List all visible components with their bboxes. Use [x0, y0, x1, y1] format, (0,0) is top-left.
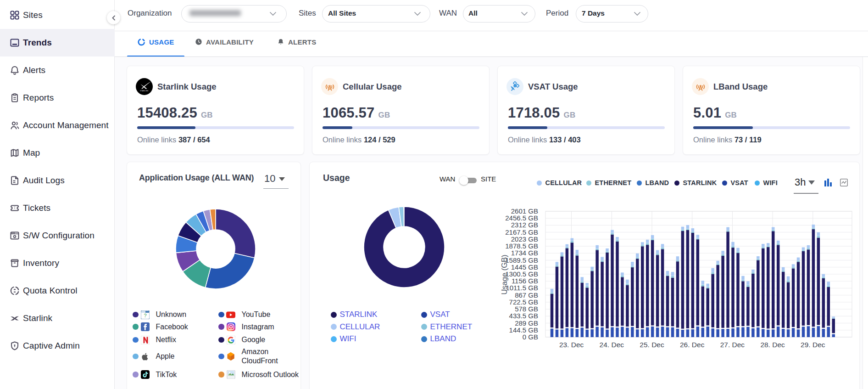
- svg-text:STARLINK: STARLINK: [140, 90, 148, 92]
- svg-text:1878.5 GB: 1878.5 GB: [505, 242, 538, 250]
- svg-text:433.5 GB: 433.5 GB: [509, 312, 538, 320]
- svg-text:144.5 GB: 144.5 GB: [509, 326, 538, 334]
- svg-text:23. Dec: 23. Dec: [559, 341, 584, 349]
- svg-text:?: ?: [144, 312, 146, 318]
- svg-text:Usage (GB): Usage (GB): [500, 254, 508, 294]
- svg-text:289 GB: 289 GB: [515, 319, 538, 327]
- svg-text:1011.5 GB: 1011.5 GB: [506, 284, 538, 292]
- svg-text:27. Dec: 27. Dec: [720, 341, 745, 349]
- svg-text:1300.5 GB: 1300.5 GB: [505, 270, 538, 278]
- svg-text:2601 GB: 2601 GB: [511, 207, 538, 215]
- svg-text:24. Dec: 24. Dec: [600, 341, 624, 349]
- svg-text:1445 GB: 1445 GB: [511, 263, 538, 271]
- svg-text:2456.5 GB: 2456.5 GB: [505, 214, 538, 222]
- svg-text:722.5 GB: 722.5 GB: [509, 298, 538, 306]
- svg-text:2167.5 GB: 2167.5 GB: [505, 228, 538, 236]
- svg-text:578 GB: 578 GB: [515, 305, 538, 313]
- svg-text:29. Dec: 29. Dec: [801, 341, 825, 349]
- svg-text:867 GB: 867 GB: [515, 291, 538, 299]
- svg-text:0 GB: 0 GB: [523, 333, 538, 341]
- svg-text:26. Dec: 26. Dec: [680, 341, 705, 349]
- svg-text:2312 GB: 2312 GB: [511, 221, 538, 229]
- svg-text:28. Dec: 28. Dec: [760, 341, 785, 349]
- svg-text:2023 GB: 2023 GB: [511, 235, 538, 243]
- svg-text:25. Dec: 25. Dec: [640, 341, 664, 349]
- svg-text:1156 GB: 1156 GB: [512, 277, 538, 285]
- svg-text:1734 GB: 1734 GB: [511, 249, 538, 257]
- svg-text:1589.5 GB: 1589.5 GB: [505, 256, 538, 264]
